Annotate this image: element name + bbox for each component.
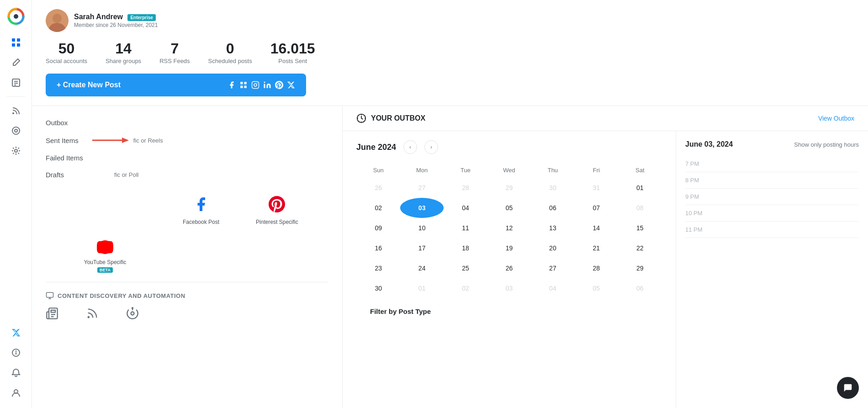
rss-tool[interactable] (86, 307, 99, 320)
calendar-row: 09101112131415 (357, 218, 662, 238)
member-since: Member since 26 November, 2021 (74, 22, 158, 28)
sidebar-bell[interactable] (8, 365, 24, 381)
calendar-day[interactable]: 04 (444, 198, 487, 218)
calendar-day[interactable]: 03 (487, 278, 531, 298)
nav-drafts[interactable]: Drafts fic or Poll (46, 167, 328, 182)
stats-row: 50Social accounts14Share groups7RSS Feed… (46, 41, 854, 64)
calendar-day[interactable]: 03 (400, 198, 444, 218)
sidebar-settings[interactable] (8, 143, 24, 159)
nav-outbox[interactable]: Outbox (46, 115, 328, 130)
calendar-day[interactable]: 07 (575, 198, 618, 218)
calendar-day[interactable]: 23 (357, 258, 400, 278)
svg-point-26 (254, 84, 257, 86)
calendar-day[interactable]: 06 (618, 278, 662, 298)
calendar-day[interactable]: 27 (400, 178, 444, 198)
calendar-day[interactable]: 01 (618, 178, 662, 198)
calendar-day[interactable]: 29 (487, 178, 531, 198)
time-slot[interactable]: 11 PM (685, 222, 859, 238)
calendar-grid: Sun Mon Tue Wed Thu Fri Sat 262728293031… (356, 163, 662, 298)
calendar-day[interactable]: 26 (357, 178, 400, 198)
svg-point-12 (12, 127, 20, 134)
calendar-day[interactable]: 15 (618, 218, 662, 238)
stat-item: 0Scheduled posts (208, 41, 252, 64)
avatar (46, 9, 69, 32)
automation-tool[interactable] (126, 307, 139, 320)
sidebar-twitter[interactable] (8, 324, 24, 341)
show-only-posting-hours[interactable]: Show only posting hours (794, 141, 859, 148)
content-discovery: CONTENT DISCOVERY AND AUTOMATION (46, 282, 328, 320)
sidebar-info[interactable] (8, 344, 24, 361)
calendar-day[interactable]: 18 (444, 238, 487, 258)
svg-rect-3 (12, 38, 15, 42)
svg-rect-23 (244, 86, 247, 88)
youtube-post-label: YouTube Specific (84, 259, 127, 265)
calendar-day[interactable]: 20 (531, 238, 574, 258)
calendar-day[interactable]: 27 (531, 258, 574, 278)
calendar-prev-btn[interactable]: ‹ (403, 140, 417, 154)
calendar-day[interactable]: 30 (357, 278, 400, 298)
calendar-day[interactable]: 12 (487, 218, 531, 238)
app-logo[interactable] (6, 7, 26, 26)
calendar-day[interactable]: 02 (444, 278, 487, 298)
filter-section: Filter by Post Type (356, 298, 662, 330)
svg-point-29 (264, 82, 265, 83)
calendar-section: June 2024 ‹ › Sun Mon Tue Wed Thu (343, 131, 868, 408)
calendar-day[interactable]: 28 (444, 178, 487, 198)
calendar-day[interactable]: 11 (444, 218, 487, 238)
calendar-day[interactable]: 10 (400, 218, 444, 238)
youtube-icon (97, 239, 113, 257)
pinterest-post-type[interactable]: Pinterest Specific (256, 196, 298, 225)
calendar-day[interactable]: 13 (531, 218, 574, 238)
calendar-day[interactable]: 28 (575, 258, 618, 278)
calendar-day[interactable]: 21 (575, 238, 618, 258)
calendar-day[interactable]: 30 (531, 178, 574, 198)
sidebar-dashboard[interactable] (8, 34, 24, 51)
calendar-day[interactable]: 16 (357, 238, 400, 258)
chat-button[interactable] (837, 377, 859, 399)
calendar-day[interactable]: 05 (575, 278, 618, 298)
news-tool[interactable] (46, 307, 58, 320)
svg-point-20 (53, 14, 62, 23)
time-slot[interactable]: 8 PM (685, 172, 859, 189)
sidebar-rss[interactable] (8, 102, 24, 119)
nav-sent-items[interactable]: Sent Items fic or Reels (46, 132, 328, 148)
filter-title: Filter by Post Type (370, 307, 648, 315)
sidebar-compose[interactable] (8, 54, 24, 71)
calendar-day[interactable]: 05 (487, 198, 531, 218)
time-slots: 7 PM8 PM9 PM10 PM11 PM (685, 156, 859, 238)
time-slot[interactable]: 10 PM (685, 205, 859, 222)
calendar-day[interactable]: 02 (357, 198, 400, 218)
calendar-day[interactable]: 29 (618, 258, 662, 278)
calendar-day[interactable]: 01 (400, 278, 444, 298)
time-slot[interactable]: 9 PM (685, 189, 859, 205)
calendar-day[interactable]: 14 (575, 218, 618, 238)
sidebar-posts[interactable] (8, 74, 24, 91)
calendar-day[interactable]: 09 (357, 218, 400, 238)
calendar-day[interactable]: 08 (618, 198, 662, 218)
calendar-day[interactable]: 31 (575, 178, 618, 198)
calendar-day[interactable]: 06 (531, 198, 574, 218)
calendar-row: 23242526272829 (357, 258, 662, 278)
calendar-day[interactable]: 26 (487, 258, 531, 278)
calendar-day[interactable]: 24 (400, 258, 444, 278)
social-icons (228, 81, 295, 89)
svg-point-13 (15, 129, 17, 132)
svg-point-27 (257, 83, 258, 84)
sidebar-user[interactable] (8, 385, 24, 401)
calendar-day[interactable]: 04 (531, 278, 574, 298)
time-slot[interactable]: 7 PM (685, 156, 859, 172)
calendar-day[interactable]: 17 (400, 238, 444, 258)
calendar-day[interactable]: 25 (444, 258, 487, 278)
outbox-header: YOUR OUTBOX View Outbox (343, 106, 868, 131)
facebook-post-type[interactable]: Facebook Post (183, 196, 219, 225)
youtube-post-type[interactable]: YouTube Specific BETA (82, 239, 128, 273)
pinterest-post-label: Pinterest Specific (256, 219, 298, 225)
view-outbox-link[interactable]: View Outbox (818, 115, 854, 122)
calendar-day[interactable]: 22 (618, 238, 662, 258)
calendar-day[interactable]: 19 (487, 238, 531, 258)
calendar-next-btn[interactable]: › (424, 140, 438, 154)
sidebar-analytics[interactable] (8, 122, 24, 139)
nav-failed-items[interactable]: Failed Items (46, 150, 328, 165)
time-panel-header: June 03, 2024 Show only posting hours (685, 140, 859, 148)
create-post-button[interactable]: + Create New Post (46, 74, 306, 96)
